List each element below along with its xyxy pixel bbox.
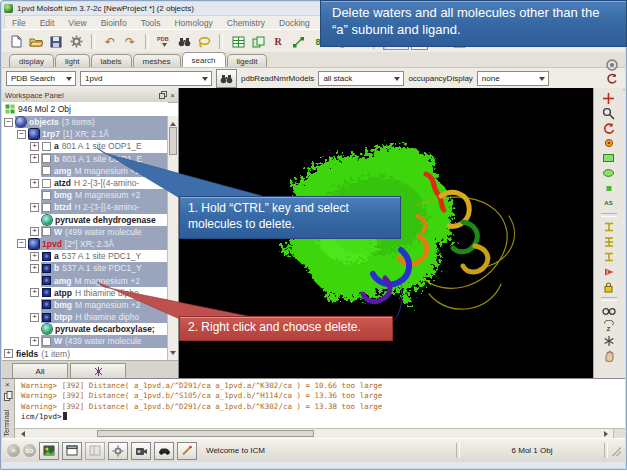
tree-scrollbar[interactable] (167, 116, 178, 361)
tab-labels[interactable]: labels (91, 54, 132, 67)
menu-homology[interactable]: Homology (167, 18, 219, 28)
visibility-checkbox-icon[interactable] (42, 179, 51, 188)
tree-row[interactable]: pyruvate dehydrogenase (2, 214, 168, 226)
tree-row[interactable]: −1pvd[2*] XR; 2.3Å (2, 238, 168, 250)
scroll-left-icon[interactable] (18, 431, 25, 437)
tree-row[interactable]: +W(439 water molecule (2, 335, 168, 347)
tree-row-content[interactable]: atppH thiamine dipho (41, 287, 168, 299)
expander-icon[interactable]: − (17, 239, 26, 248)
select-fragment-button[interactable] (601, 181, 617, 195)
redo-button[interactable]: ↷ (121, 33, 139, 51)
tree-row[interactable]: amgM magnesium +2 (2, 274, 168, 286)
tree-row-content[interactable]: amgM magnesium +2 (41, 274, 168, 286)
hand-tool-button[interactable] (601, 349, 617, 363)
refresh-view-button[interactable] (604, 71, 619, 86)
expander-icon[interactable]: + (30, 264, 39, 273)
camera-target-button[interactable] (604, 57, 619, 72)
scrollbar-thumb[interactable] (97, 430, 314, 437)
atom-select-button[interactable]: AS (601, 196, 617, 210)
save-button[interactable] (47, 33, 65, 51)
zoom-tool-button[interactable] (601, 106, 617, 120)
tree-row[interactable]: amgM magnesium +2 (2, 165, 168, 177)
visibility-checkbox-checked-icon[interactable] (42, 300, 51, 309)
visibility-checkbox-icon[interactable] (42, 191, 51, 200)
tree-row[interactable]: +atzdH 2-{3-[(4-amino- (2, 177, 168, 189)
tab-meshes[interactable]: meshes (133, 54, 181, 67)
tree-row-content[interactable]: bmgM magnesium +2 (41, 189, 168, 201)
tree-row-content[interactable]: pyruvate dehydrogenase (41, 214, 168, 226)
window-layout-button[interactable] (62, 442, 82, 460)
tree-row[interactable]: +b537 A 1 site PDC1_Y (2, 262, 168, 274)
visibility-checkbox-icon[interactable] (42, 142, 51, 151)
expander-icon[interactable]: + (4, 349, 13, 358)
select-lasso-button[interactable] (601, 166, 617, 180)
expander-icon[interactable]: + (30, 313, 39, 322)
tab-structure[interactable] (70, 363, 126, 378)
tree-row[interactable]: +a537 A 1 site PDC1_Y (2, 250, 168, 262)
display-style-button[interactable] (39, 442, 59, 460)
expander-icon[interactable]: + (30, 203, 39, 212)
tree-row-content[interactable]: atzdH 2-{3-[(4-amino- (41, 177, 168, 189)
scrollbar-thumb[interactable] (169, 127, 177, 155)
fog-tool-button[interactable] (601, 265, 617, 279)
expander-icon[interactable]: + (30, 179, 39, 188)
tree-row-content[interactable]: a537 A 1 site PDC1_Y (41, 250, 168, 262)
open-file-button[interactable] (27, 33, 45, 51)
stereo-view-button[interactable] (601, 304, 617, 318)
preferences-button[interactable] (67, 33, 85, 51)
expander-icon[interactable]: + (30, 252, 39, 261)
expander-icon[interactable]: + (30, 142, 39, 151)
rock-view-button[interactable] (601, 334, 617, 348)
new-file-button[interactable] (7, 33, 25, 51)
visibility-checkbox-icon[interactable] (42, 337, 51, 346)
clip-front-button[interactable] (601, 220, 617, 234)
scroll-up-icon[interactable] (170, 119, 176, 126)
visibility-checkbox-checked-icon[interactable] (42, 276, 51, 285)
tree-row[interactable]: bmgM magnesium +2 (2, 299, 168, 311)
link-button[interactable] (289, 33, 307, 51)
tree-row-content[interactable]: amgM magnesium +2 (41, 165, 168, 177)
tree-row-content[interactable]: btzdH 2-{3-[(4-amino- (41, 201, 168, 213)
tree-row[interactable]: pyruvate decarboxylase; (2, 323, 168, 335)
visibility-checkbox-icon[interactable] (42, 166, 51, 175)
tab-all[interactable]: All (12, 363, 68, 378)
expander-icon[interactable]: − (4, 118, 13, 127)
expander-icon[interactable]: + (30, 288, 39, 297)
expander-icon[interactable]: + (30, 154, 39, 163)
tree-row[interactable]: +btzdH 2-{3-[(4-amino- (2, 201, 168, 213)
occupancy-select[interactable]: none (477, 71, 549, 86)
scroll-right-icon[interactable] (604, 431, 611, 437)
tree-row[interactable]: +btppH thiamine dipho (2, 311, 168, 323)
tree-row[interactable]: +b801 A 1 site ODP1_E (2, 153, 168, 165)
undo-button[interactable]: ↶ (101, 33, 119, 51)
stop-button[interactable]: × (7, 444, 20, 457)
tree-row[interactable]: bmgM magnesium +2 (2, 189, 168, 201)
find-button[interactable] (175, 33, 193, 51)
search-go-button[interactable] (216, 69, 237, 88)
tree-row-content[interactable]: pyruvate decarboxylase; (41, 323, 168, 335)
menu-file[interactable]: File (5, 18, 33, 28)
visibility-checkbox-icon[interactable] (42, 154, 51, 163)
table-button[interactable] (229, 33, 247, 51)
car-button[interactable] (154, 442, 174, 460)
expander-icon[interactable]: + (30, 337, 39, 346)
lock-view-button[interactable] (601, 280, 617, 294)
expander-icon[interactable]: − (17, 130, 26, 139)
settings-button[interactable] (108, 442, 128, 460)
menu-tools[interactable]: Tools (134, 18, 168, 28)
tree-row[interactable]: −objects(3 items) (2, 116, 168, 128)
tree-row-content[interactable]: a801 A 1 site ODP1_E (41, 140, 168, 152)
select-box-button[interactable] (601, 151, 617, 165)
terminal-prompt-line[interactable]: icm/1pvd> (21, 412, 625, 422)
tree-row-content[interactable]: btppH thiamine dipho (41, 311, 168, 323)
visibility-checkbox-checked-icon[interactable] (42, 313, 51, 322)
visibility-checkbox-icon[interactable] (42, 227, 51, 236)
tree-row[interactable]: +a801 A 1 site ODP1_E (2, 140, 168, 152)
menu-docking[interactable]: Docking (272, 18, 317, 28)
close-terminal-icon[interactable]: × (5, 380, 10, 389)
tree-row-content[interactable]: b537 A 1 site PDC1_Y (41, 262, 168, 274)
pdb-search-input[interactable]: 1pvd (80, 71, 212, 86)
visibility-checkbox-checked-icon[interactable] (42, 288, 51, 297)
pdb-fetch-button[interactable]: PDB (155, 33, 173, 51)
copy-table-button[interactable] (249, 33, 267, 51)
